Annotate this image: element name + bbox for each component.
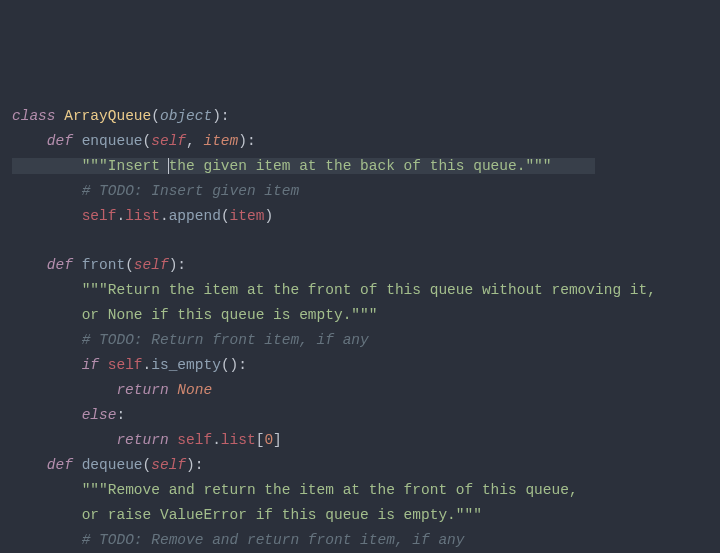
param-self: self <box>151 133 186 149</box>
keyword-def: def <box>47 457 73 473</box>
highlighted-line: """Insert the given item at the back of … <box>12 158 595 174</box>
keyword-return: return <box>116 432 168 448</box>
code-block: class ArrayQueue(object): def enqueue(se… <box>12 104 708 553</box>
comment-todo-dequeue: # TODO: Remove and return front item, if… <box>82 532 465 548</box>
keyword-else: else <box>82 407 117 423</box>
param-item: item <box>203 133 238 149</box>
param-self: self <box>151 457 186 473</box>
prop-list: list <box>125 208 160 224</box>
docstring-dequeue-1: """Remove and return the item at the fro… <box>82 482 578 498</box>
self-ref: self <box>177 432 212 448</box>
self-ref: self <box>108 357 143 373</box>
keyword-def: def <box>47 133 73 149</box>
method-enqueue: enqueue <box>82 133 143 149</box>
docstring-enqueue-a: """Insert <box>82 158 169 174</box>
keyword-def: def <box>47 257 73 273</box>
prop-list: list <box>221 432 256 448</box>
keyword-class: class <box>12 108 56 124</box>
keyword-return: return <box>116 382 168 398</box>
base-object: object <box>160 108 212 124</box>
arg-item: item <box>230 208 265 224</box>
docstring-enqueue-b: the given item at the back of this queue… <box>169 158 552 174</box>
docstring-dequeue-2: or raise ValueError if this queue is emp… <box>82 507 482 523</box>
literal-zero: 0 <box>264 432 273 448</box>
class-name: ArrayQueue <box>64 108 151 124</box>
call-append: append <box>169 208 221 224</box>
docstring-front-2: or None if this queue is empty.""" <box>82 307 378 323</box>
comment-todo-front: # TODO: Return front item, if any <box>82 332 369 348</box>
self-ref: self <box>82 208 117 224</box>
literal-none: None <box>177 382 212 398</box>
param-self: self <box>134 257 169 273</box>
comment-todo-insert: # TODO: Insert given item <box>82 183 300 199</box>
docstring-front-1: """Return the item at the front of this … <box>82 282 656 298</box>
call-is-empty: is_empty <box>151 357 221 373</box>
method-dequeue: dequeue <box>82 457 143 473</box>
keyword-if: if <box>82 357 99 373</box>
method-front: front <box>82 257 126 273</box>
